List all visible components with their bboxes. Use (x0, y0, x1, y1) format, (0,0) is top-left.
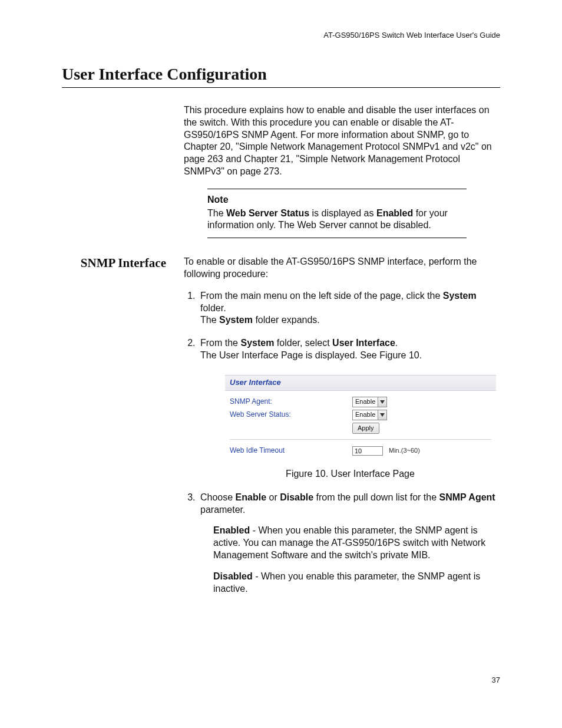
apply-button[interactable]: Apply (352, 423, 379, 433)
page: AT-GS950/16PS Switch Web Interface User'… (0, 0, 562, 728)
subsection-heading: SNMP Interface (62, 256, 184, 271)
page-number: 37 (492, 676, 500, 684)
web-server-status-value: Enable (353, 410, 378, 420)
note-label: Note (207, 194, 467, 206)
note-block: Note The Web Server Status is displayed … (207, 189, 467, 238)
snmp-lead: To enable or disable the AT-GS950/16PS S… (184, 256, 500, 281)
chevron-down-icon (378, 410, 386, 420)
disabled-definition: Disabled - When you enable this paramete… (213, 571, 500, 595)
procedure-list: From the main menu on the left side of t… (184, 290, 500, 595)
web-idle-timeout-input[interactable]: 10 (352, 446, 383, 456)
web-idle-timeout-label: Web Idle Timeout (230, 446, 352, 456)
web-idle-timeout-hint: Min.(3~60) (389, 446, 420, 454)
running-header: AT-GS950/16PS Switch Web Interface User'… (323, 31, 500, 39)
content-area: This procedure explains how to enable an… (62, 104, 500, 606)
subsection-snmp-interface: SNMP Interface To enable or disable the … (62, 256, 500, 606)
snmp-agent-label: SNMP Agent: (230, 397, 352, 407)
enabled-definition: Enabled - When you enable this parameter… (213, 525, 500, 561)
step-2: From the System folder, select User Inte… (198, 337, 500, 480)
section-title: User Interface Configuration (62, 65, 500, 88)
figure-10: User Interface SNMP Agent: Enable (225, 375, 500, 460)
step-3: Choose Enable or Disable from the pull d… (198, 492, 500, 595)
step-1: From the main menu on the left side of t… (198, 290, 500, 327)
panel-divider (230, 439, 491, 440)
web-server-status-label: Web Server Status: (230, 410, 352, 420)
intro-paragraph: This procedure explains how to enable an… (184, 104, 500, 178)
definition-block: Enabled - When you enable this parameter… (213, 525, 500, 595)
panel-title: User Interface (225, 375, 496, 391)
note-text: The Web Server Status is displayed as En… (207, 208, 448, 230)
web-server-status-select[interactable]: Enable (352, 410, 387, 420)
snmp-agent-value: Enable (353, 397, 378, 407)
snmp-agent-select[interactable]: Enable (352, 397, 387, 407)
user-interface-panel: User Interface SNMP Agent: Enable (225, 375, 496, 460)
figure-caption: Figure 10. User Interface Page (200, 468, 500, 480)
chevron-down-icon (378, 397, 386, 407)
